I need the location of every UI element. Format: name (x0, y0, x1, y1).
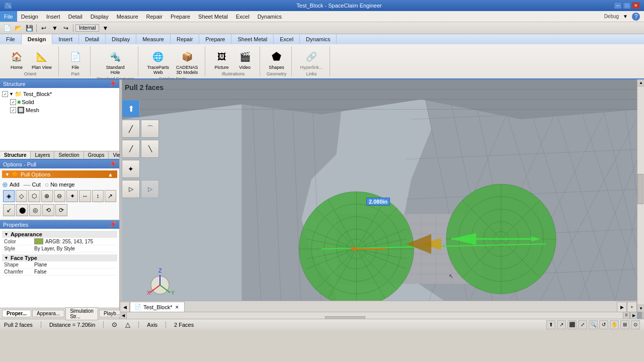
ribbon-tab-sheetmetal[interactable]: Sheet Metal (231, 34, 274, 44)
ribbon-tab-design[interactable]: Design (22, 34, 53, 44)
tool-btn-11[interactable]: ⬤ (16, 204, 28, 216)
document-tab-testblock[interactable]: 📄 Test_Block* ✕ (130, 302, 185, 312)
pull-opt-nomerge[interactable]: ○ No merge (45, 180, 75, 189)
tool-btn-10[interactable]: ↙ (3, 204, 15, 216)
status-icon-zoom-fit[interactable]: ⤢ (578, 320, 587, 329)
vp-tool-curve[interactable]: ⌒ (141, 120, 159, 138)
vp-tool-point[interactable]: ✦ (122, 160, 140, 178)
scrollbar-right-track[interactable] (637, 86, 644, 305)
ribbon-btn-video[interactable]: 🎬 Video (234, 47, 256, 71)
vp-tool-line[interactable]: ╱ (122, 120, 140, 138)
status-icon-rotate[interactable]: ↺ (599, 320, 608, 329)
menu-measure[interactable]: Measure (113, 11, 142, 22)
pull-opt-cut[interactable]: — Cut (24, 180, 41, 189)
viewport-scrollbar-right[interactable]: ▲ ▼ (637, 79, 644, 312)
tool-btn-12[interactable]: ◎ (29, 204, 41, 216)
status-icon-triangle[interactable]: △ (125, 321, 130, 328)
menu-repair[interactable]: Repair (142, 11, 167, 22)
scrollbar-right-thumb[interactable] (637, 174, 643, 204)
menu-design[interactable]: Design (17, 11, 42, 22)
viewport[interactable]: Pull 2 faces ⬆ ╱ ⌒ ╱ ╲ ✦ ▷ ▷ (120, 79, 644, 319)
tree-expand-testblock[interactable]: ▼ (9, 92, 14, 97)
tree-checkbox-mesh[interactable] (10, 107, 16, 113)
tool-btn-13[interactable]: ⟲ (42, 204, 54, 216)
facetype-section-header[interactable]: ▼ Face Type (2, 254, 117, 261)
properties-panel-pin[interactable]: 📌 (109, 221, 116, 228)
vp-select-tool[interactable]: ⬆ (122, 100, 140, 118)
tab-groups[interactable]: Groups (84, 151, 109, 159)
tree-item-solid[interactable]: ■ Solid (2, 98, 117, 106)
tab-left-arrow[interactable]: ◀ (120, 302, 130, 312)
pull-opt-add[interactable]: ⊕ Add (2, 180, 20, 189)
scrollbar-bottom-right[interactable]: ▶ (630, 312, 637, 319)
status-icon-pan[interactable]: ✋ (610, 320, 619, 329)
appearance-section-header[interactable]: ▼ Appearance (2, 231, 117, 238)
tool-btn-2[interactable]: ◇ (16, 190, 27, 202)
redo-button[interactable]: ↪ (61, 23, 71, 33)
maximize-button[interactable]: □ (623, 2, 631, 9)
scrollbar-right-down[interactable]: ▼ (637, 305, 644, 312)
viewport-scrollbar-bottom[interactable]: ◀ ⠿ ▶ (120, 312, 637, 319)
status-icon-snap[interactable]: ⊙ (631, 320, 640, 329)
scrollbar-bottom-left[interactable]: ◀ (120, 312, 127, 319)
ribbon-tab-display[interactable]: Display (106, 34, 136, 44)
tool-btn-1[interactable]: ◈ (3, 190, 15, 202)
ribbon-btn-traceparts[interactable]: 🌐 TracePartsWeb (144, 47, 172, 76)
status-icon-grid[interactable]: ⊞ (620, 320, 629, 329)
bottom-tab-simulation[interactable]: Simulation Str... (65, 307, 98, 320)
tab-layers[interactable]: Layers (31, 151, 54, 159)
tab-right-arrow[interactable]: ▶ (617, 302, 627, 312)
ribbon-tab-excel[interactable]: Excel (274, 34, 300, 44)
tree-item-testblock[interactable]: ▼ 📁 Test_Block* (2, 90, 117, 98)
ribbon-tab-repair[interactable]: Repair (171, 34, 199, 44)
vp-tool-6[interactable]: ▷ (141, 180, 159, 198)
structure-panel-pin[interactable]: 📌 (109, 80, 116, 87)
color-swatch[interactable] (34, 238, 43, 244)
ribbon-btn-planview[interactable]: 📐 Plan View (29, 47, 54, 71)
vp-tool-4[interactable]: ╲ (141, 140, 159, 158)
tool-btn-4[interactable]: ⊕ (41, 190, 53, 202)
ribbon-tab-insert[interactable]: Insert (52, 34, 79, 44)
tree-item-mesh[interactable]: 🔲 Mesh (2, 106, 117, 114)
menu-display[interactable]: Display (87, 11, 113, 22)
menu-file[interactable]: File (0, 11, 17, 22)
menu-excel[interactable]: Excel (232, 11, 254, 22)
tree-checkbox-solid[interactable] (10, 99, 16, 105)
ribbon-tab-detail[interactable]: Detail (79, 34, 106, 44)
new-button[interactable]: 📄 (2, 23, 12, 33)
ribbon-tab-measure[interactable]: Measure (136, 34, 171, 44)
options-panel-pin[interactable]: 📌 (109, 161, 116, 167)
tool-btn-9[interactable]: ↗ (105, 190, 116, 202)
tool-btn-8[interactable]: ↕ (92, 190, 104, 202)
ribbon-btn-hyperlink[interactable]: 🔗 Hyperlink... (298, 47, 326, 71)
status-icon-cursor[interactable]: ⬆ (546, 320, 555, 329)
menu-insert[interactable]: Insert (42, 11, 64, 22)
undo-dropdown[interactable]: ▼ (50, 23, 60, 33)
doc-tab-close[interactable]: ✕ (174, 304, 180, 310)
dimension-label[interactable]: 2.080in (366, 198, 390, 206)
help-icon[interactable]: ? (632, 13, 640, 21)
menu-dynamics[interactable]: Dynamics (254, 11, 286, 22)
tree-checkbox-testblock[interactable] (2, 91, 8, 97)
bottom-tab-properties[interactable]: Proper... (2, 310, 31, 317)
tab-structure[interactable]: Structure (0, 151, 31, 159)
tab-selection[interactable]: Selection (54, 151, 84, 159)
debug-arrow[interactable]: ▼ (623, 14, 628, 19)
vp-tool-5[interactable]: ▷ (122, 180, 140, 198)
ribbon-btn-picture[interactable]: 🖼 Picture (211, 47, 232, 71)
status-icon-box[interactable]: ⬛ (568, 320, 577, 329)
status-icon-sphere[interactable]: ⊙ (112, 321, 117, 328)
window-controls[interactable]: ─ □ ✕ (614, 2, 640, 9)
tool-btn-6[interactable]: ✦ (66, 190, 78, 202)
scrollbar-right-up[interactable]: ▲ (637, 79, 644, 86)
vp-tool-3[interactable]: ╱ (122, 140, 140, 158)
status-icon-zoom[interactable]: 🔍 (589, 320, 598, 329)
ribbon-tab-file[interactable]: File (0, 34, 22, 44)
ribbon-btn-cadenas[interactable]: 📦 CADENAS3D Models (174, 47, 201, 76)
save-button[interactable]: 💾 (24, 23, 34, 33)
new-tab-button[interactable]: + (627, 302, 637, 312)
pull-options-collapse-btn[interactable]: ▲ (107, 171, 114, 177)
menu-detail[interactable]: Detail (64, 11, 87, 22)
tool-btn-5[interactable]: ⊖ (54, 190, 65, 202)
tool-btn-7[interactable]: ↔ (79, 190, 91, 202)
